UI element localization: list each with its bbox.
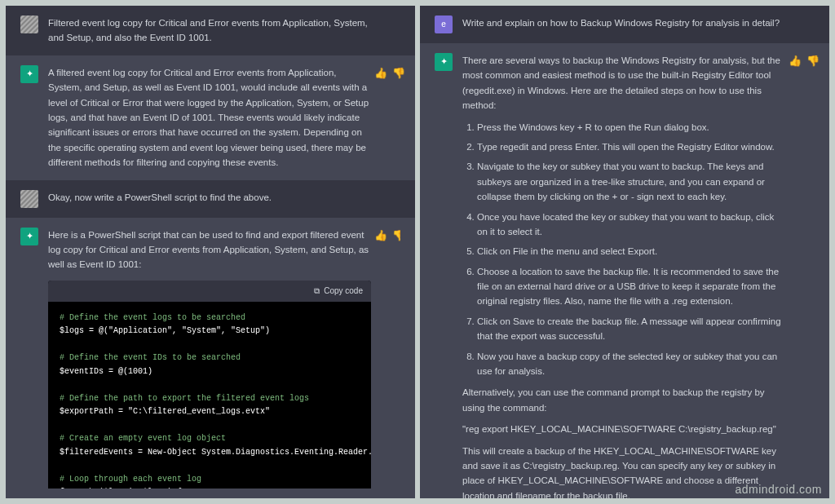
user-message: e Write and explain on how to Backup Win…	[420, 6, 829, 43]
message-text: Here is a PowerShell script that can be …	[48, 230, 369, 270]
watermark: admindroid.com	[735, 483, 822, 496]
assistant-avatar	[435, 53, 453, 71]
assistant-avatar	[20, 65, 38, 83]
feedback-buttons: 👍 👎	[374, 228, 400, 245]
assistant-avatar	[20, 228, 38, 245]
feedback-buttons: 👍 👎	[789, 53, 820, 70]
user-avatar	[20, 190, 38, 208]
copy-icon[interactable]: ⧉	[314, 285, 320, 298]
command-text: "reg export HKEY_LOCAL_MACHINE\SOFTWARE …	[462, 422, 785, 436]
thumbs-up-icon[interactable]: 👍	[789, 53, 802, 70]
code-block: ⧉ Copy code # Define the event logs to b…	[48, 281, 371, 489]
list-item: Now you have a backup copy of the select…	[477, 349, 785, 379]
thumbs-up-icon[interactable]: 👍	[374, 65, 387, 82]
list-item: Click on File in the menu and select Exp…	[477, 244, 785, 259]
user-avatar	[20, 15, 38, 33]
user-message: Filtered event log copy for Critical and…	[6, 6, 415, 55]
user-message: Okay, now write a PowerShell script to f…	[6, 180, 415, 218]
message-text: A filtered event log copy for Critical a…	[48, 68, 369, 167]
steps-list: Press the Windows key + R to open the Ru…	[462, 120, 785, 379]
thumbs-down-icon[interactable]: 👎	[806, 53, 820, 70]
list-item: Navigate to the key or subkey that you w…	[477, 159, 785, 204]
code-header: ⧉ Copy code	[48, 281, 371, 302]
left-conversation-panel: Filtered event log copy for Critical and…	[6, 6, 415, 498]
message-text: Filtered event log copy for Critical and…	[48, 15, 400, 46]
message-text: Okay, now write a PowerShell script to f…	[48, 190, 400, 208]
code-content: # Define the event logs to be searched $…	[48, 302, 371, 489]
assistant-message: A filtered event log copy for Critical a…	[6, 55, 415, 180]
assistant-message: Here is a PowerShell script that can be …	[6, 218, 415, 498]
assistant-message: 👍 👎 There are several ways to backup the…	[420, 43, 829, 498]
feedback-buttons: 👍 👎	[374, 65, 405, 82]
alt-intro: Alternatively, you can use the command p…	[462, 385, 785, 415]
message-text: Write and explain on how to Backup Windo…	[462, 15, 815, 33]
message-intro: There are several ways to backup the Win…	[462, 53, 785, 113]
list-item: Once you have located the key or subkey …	[477, 210, 785, 240]
list-item: Type regedit and press Enter. This will …	[477, 139, 785, 154]
list-item: Choose a location to save the backup fil…	[477, 264, 785, 309]
thumbs-down-icon[interactable]: 👎	[392, 65, 405, 82]
list-item: Click on Save to create the backup file.…	[477, 314, 785, 344]
thumbs-down-icon[interactable]: 👎	[392, 228, 400, 245]
thumbs-up-icon[interactable]: 👍	[374, 228, 387, 245]
user-avatar: e	[435, 15, 453, 33]
list-item: Press the Windows key + R to open the Ru…	[477, 120, 785, 135]
right-conversation-panel: e Write and explain on how to Backup Win…	[420, 6, 829, 498]
copy-code-button[interactable]: Copy code	[324, 285, 363, 298]
